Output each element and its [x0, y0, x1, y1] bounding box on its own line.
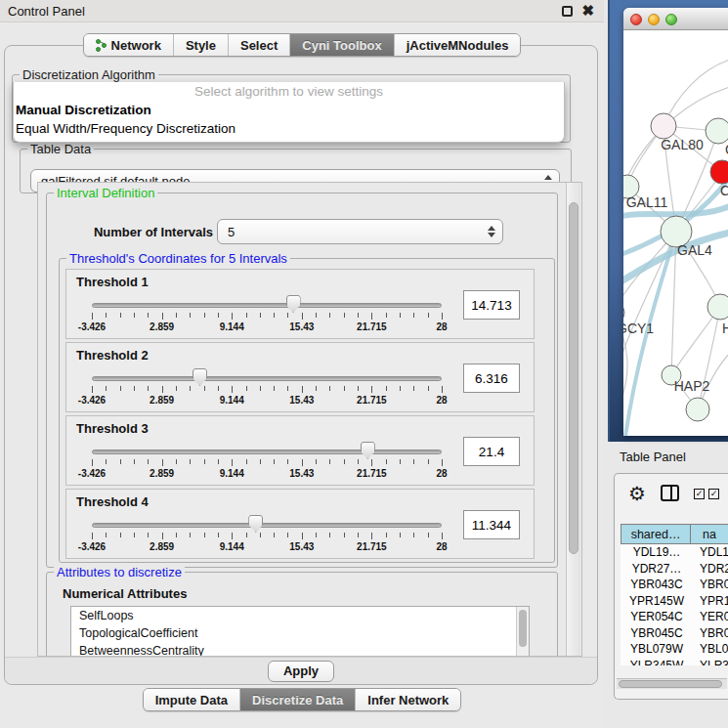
tab-infer-network[interactable]: Infer Network — [356, 689, 460, 710]
top-tab-bar: NetworkStyleSelectCyni ToolboxjActiveMNo… — [0, 33, 604, 57]
slider-tick — [120, 533, 121, 537]
slider-tick — [162, 459, 163, 466]
thresholds-group-label: Threshold's Coordinates for 5 Intervals — [66, 251, 290, 266]
algorithm-placeholder-item[interactable]: Select algorithm to view settings — [14, 82, 564, 101]
tab-style[interactable]: Style — [174, 34, 229, 56]
slider-tick — [134, 386, 135, 391]
table-row[interactable]: YBR045CYBR0 — [621, 625, 728, 642]
network-window-titlebar[interactable] — [623, 8, 728, 30]
algorithm-option[interactable]: Manual Discretization — [14, 101, 564, 119]
slider-tick — [302, 459, 303, 466]
slider-tick-label: 9.144 — [220, 395, 244, 406]
numerical-attributes-list[interactable]: SelfLoopsTopologicalCoefficientBetweenne… — [70, 606, 530, 657]
table-cell: YDR27… — [621, 562, 693, 576]
table-row[interactable]: YPR145WYPR1 — [621, 593, 728, 610]
threshold-value-field[interactable]: 11.344 — [463, 510, 520, 539]
settings-scrollbar[interactable] — [566, 183, 580, 656]
gear-icon[interactable]: ⚙ — [628, 482, 646, 505]
threshold-value-field[interactable]: 21.4 — [463, 437, 520, 466]
columns-icon[interactable] — [661, 485, 679, 501]
list-scrollbar[interactable] — [516, 607, 529, 657]
threshold-slider[interactable]: -3.4262.8599.14415.4321.71528 — [92, 416, 442, 487]
threshold-slider[interactable]: -3.4262.8599.14415.4321.71528 — [92, 490, 442, 560]
tab-discretize-data[interactable]: Discretize Data — [240, 689, 356, 710]
slider-track[interactable] — [92, 303, 442, 308]
threshold-value-field[interactable]: 6.316 — [463, 364, 520, 393]
slider-thumb[interactable] — [286, 295, 301, 313]
threshold-panel: Threshold 2-3.4262.8599.14415.4321.71528… — [65, 342, 535, 412]
node-label: HAP2 — [674, 378, 710, 394]
float-window-icon[interactable] — [562, 6, 573, 17]
slider-tick-label: 2.859 — [150, 468, 174, 479]
slider-track[interactable] — [92, 523, 442, 528]
threshold-slider[interactable]: -3.4262.8599.14415.4321.71528 — [92, 270, 442, 340]
table-row[interactable]: YER054CYER0 — [621, 609, 728, 625]
table-row[interactable]: YBL079WYBL0 — [621, 641, 728, 658]
slider-tick — [274, 459, 275, 464]
slider-thumb[interactable] — [361, 442, 375, 459]
network-node[interactable] — [710, 160, 728, 184]
slider-thumb[interactable] — [193, 368, 207, 386]
table-row[interactable]: YDR27…YDR2 — [621, 561, 728, 578]
slider-tick — [106, 533, 107, 537]
threshold-panel: Threshold 4-3.4262.8599.14415.4321.71528… — [65, 489, 535, 559]
slider-tick-label: 28 — [436, 395, 447, 406]
slider-tick — [204, 533, 205, 537]
tab-cyni-toolbox[interactable]: Cyni Toolbox — [290, 34, 394, 56]
slider-tick-label: 9.144 — [220, 468, 244, 479]
table-cell: YBR0 — [693, 626, 728, 640]
table-row[interactable]: YBR043CYBR0 — [621, 577, 728, 593]
slider-tick — [428, 459, 429, 464]
hscrollbar-thumb[interactable] — [619, 680, 722, 688]
node-label: H — [722, 321, 728, 336]
table-row[interactable]: YDL19…YDL1 — [621, 544, 728, 561]
slider-tick — [92, 313, 93, 320]
mac-close-icon[interactable] — [630, 14, 642, 25]
attribute-list-item[interactable]: SelfLoops — [71, 607, 529, 624]
slider-tick — [120, 313, 121, 318]
mac-minimize-icon[interactable] — [648, 14, 660, 25]
tab-network[interactable]: Network — [84, 34, 174, 56]
bottom-tab-bar: Impute DataDiscretize DataInfer Network — [0, 688, 604, 711]
slider-tick-label: 15.43 — [289, 395, 314, 406]
table-row[interactable]: YLR345WYLR3 — [621, 658, 728, 666]
network-node[interactable] — [686, 398, 709, 421]
attribute-list-item[interactable]: BetweennessCentrality — [71, 642, 529, 657]
close-icon[interactable]: ✖ — [581, 2, 594, 20]
table-hscrollbar[interactable] — [617, 678, 727, 689]
threshold-value-field[interactable]: 14.713 — [463, 290, 520, 320]
network-node[interactable] — [651, 113, 676, 139]
slider-tick — [148, 386, 149, 391]
mac-zoom-icon[interactable] — [665, 14, 677, 25]
tab-jactivemnodules[interactable]: jActiveMNodules — [395, 34, 521, 56]
table-column-header[interactable]: na — [691, 524, 728, 544]
slider-track[interactable] — [92, 450, 442, 454]
slider-tick — [329, 533, 330, 537]
algorithm-option[interactable]: Equal Width/Frequency Discretization — [14, 119, 564, 138]
tab-select[interactable]: Select — [229, 34, 290, 56]
number-of-intervals-combo[interactable]: 5 — [217, 219, 503, 244]
network-node[interactable] — [706, 118, 728, 144]
threshold-panel: Threshold 1-3.4262.8599.14415.4321.71528… — [65, 269, 535, 339]
checkbox-icon[interactable]: ✓ — [708, 489, 719, 499]
node-table[interactable]: shared…na YDL19…YDL1YDR27…YDR2YBR043CYBR… — [621, 524, 728, 665]
checkbox-icon[interactable]: ✓ — [694, 489, 705, 499]
apply-button[interactable]: Apply — [268, 661, 334, 682]
slider-track[interactable] — [92, 376, 442, 381]
slider-tick-label: -3.426 — [78, 395, 106, 406]
number-of-intervals-label: Number of Intervals — [84, 225, 213, 239]
slider-tick — [344, 313, 345, 318]
table-cell: YBR0 — [693, 578, 728, 591]
scrollbar-thumb[interactable] — [569, 202, 578, 554]
slider-thumb[interactable] — [248, 515, 263, 533]
attribute-list-item[interactable]: TopologicalCoefficient — [71, 624, 529, 642]
table-cell: YPR1 — [693, 594, 728, 608]
tab-impute-data[interactable]: Impute Data — [144, 689, 240, 710]
threshold-slider[interactable]: -3.4262.8599.14415.4321.71528 — [92, 343, 442, 413]
network-canvas[interactable]: GAL80GACGAL11GAL4GCY1HHAP2 — [623, 30, 728, 436]
table-column-header[interactable]: shared… — [621, 524, 691, 544]
network-node[interactable] — [707, 294, 728, 320]
table-cell: YBR043C — [621, 578, 693, 591]
slider-tick — [106, 386, 107, 391]
network-graph[interactable]: GAL80GACGAL11GAL4GCY1HHAP2 — [623, 30, 728, 436]
